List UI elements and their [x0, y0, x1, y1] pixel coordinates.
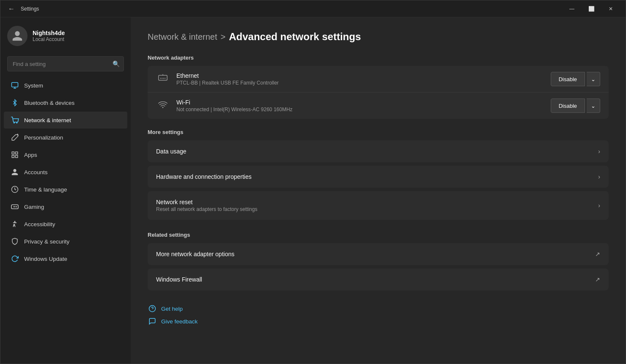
more-settings-group: Data usage › Hardware and connection pro… [148, 140, 609, 222]
ethernet-adapter-controls: Disable ⌄ [551, 72, 600, 86]
get-help-icon [148, 304, 157, 313]
close-button[interactable]: ✕ [601, 2, 621, 16]
ethernet-disable-button[interactable]: Disable [551, 72, 585, 86]
sidebar: Nightsh4de Local Account 🔍 System [0, 17, 131, 364]
sidebar-item-bluetooth[interactable]: Bluetooth & devices [4, 94, 127, 111]
svg-point-13 [16, 206, 16, 207]
svg-rect-15 [159, 75, 167, 80]
window-title: Settings [21, 6, 39, 12]
user-section: Nightsh4de Local Account [0, 17, 131, 55]
breadcrumb-separator: > [221, 32, 226, 42]
sidebar-item-windows-update[interactable]: Windows Update [4, 250, 127, 267]
user-account-type: Local Account [33, 36, 65, 42]
brush-icon [11, 133, 19, 142]
sidebar-item-time-label: Time & language [24, 186, 67, 193]
more-adapter-options-title: More network adapter options [156, 251, 595, 257]
more-adapter-options-card[interactable]: More network adapter options ↗ [148, 243, 609, 265]
wifi-icon [156, 100, 170, 112]
sidebar-item-privacy[interactable]: Privacy & security [4, 233, 127, 250]
breadcrumb-current: Advanced network settings [229, 31, 361, 43]
content-pane: Network & internet > Advanced network se… [131, 17, 626, 364]
update-icon [11, 255, 19, 263]
svg-rect-8 [16, 156, 18, 158]
main-content: Nightsh4de Local Account 🔍 System [0, 17, 626, 364]
ethernet-adapter-row: Ethernet PTCL-BB | Realtek USB FE Family… [148, 66, 609, 93]
sidebar-item-apps-label: Apps [24, 152, 37, 158]
accounts-icon [11, 168, 19, 176]
title-bar: ← Settings — ⬜ ✕ [0, 0, 626, 17]
svg-rect-7 [12, 156, 14, 158]
ethernet-expand-button[interactable]: ⌄ [587, 72, 600, 86]
maximize-button[interactable]: ⬜ [582, 2, 601, 16]
windows-firewall-external-icon: ↗ [595, 276, 600, 283]
network-adapters-card: Ethernet PTCL-BB | Realtek USB FE Family… [148, 66, 609, 119]
sidebar-item-personalization-label: Personalization [24, 134, 63, 141]
accessibility-icon [11, 220, 19, 228]
sidebar-item-accessibility[interactable]: Accessibility [4, 216, 127, 233]
give-feedback-label: Give feedback [161, 318, 198, 325]
user-info: Nightsh4de Local Account [33, 30, 65, 42]
settings-window: ← Settings — ⬜ ✕ Nightsh4de Local [0, 0, 626, 364]
data-usage-chevron: › [598, 148, 600, 155]
data-usage-card[interactable]: Data usage › [148, 140, 609, 162]
hardware-props-card[interactable]: Hardware and connection properties › [148, 166, 609, 188]
svg-point-4 [16, 123, 17, 123]
windows-firewall-title: Windows Firewall [156, 276, 595, 283]
user-name: Nightsh4de [33, 30, 65, 36]
back-button[interactable]: ← [5, 3, 17, 15]
network-reset-chevron: › [598, 202, 600, 209]
related-settings-group: More network adapter options ↗ Windows F… [148, 243, 609, 292]
network-reset-card[interactable]: Network reset Reset all network adapters… [148, 191, 609, 220]
wifi-adapter-desc: Not connected | Intel(R) Wireless-AC 926… [176, 107, 551, 112]
sidebar-item-network[interactable]: Network & internet [4, 112, 127, 129]
ethernet-adapter-desc: PTCL-BB | Realtek USB FE Family Controll… [176, 80, 551, 86]
network-adapters-label: Network adapters [148, 55, 609, 61]
give-feedback-icon [148, 317, 157, 326]
breadcrumb-parent[interactable]: Network & internet [148, 32, 217, 42]
svg-rect-6 [16, 152, 18, 154]
sidebar-item-gaming[interactable]: Gaming [4, 198, 127, 215]
sidebar-item-bluetooth-label: Bluetooth & devices [24, 100, 74, 106]
svg-rect-5 [12, 152, 14, 154]
sidebar-item-time[interactable]: Time & language [4, 181, 127, 198]
wifi-adapter-info: Wi-Fi Not connected | Intel(R) Wireless-… [176, 99, 551, 112]
time-icon [11, 185, 19, 194]
hardware-props-chevron: › [598, 173, 600, 180]
sidebar-item-apps[interactable]: Apps [4, 146, 127, 163]
sidebar-item-gaming-label: Gaming [24, 204, 44, 210]
sidebar-item-privacy-label: Privacy & security [24, 238, 69, 245]
get-help-label: Get help [161, 306, 183, 312]
breadcrumb: Network & internet > Advanced network se… [148, 31, 609, 43]
data-usage-title: Data usage [156, 148, 598, 155]
sidebar-item-accounts[interactable]: Accounts [4, 164, 127, 181]
more-settings-label: More settings [148, 129, 609, 135]
wifi-expand-button[interactable]: ⌄ [587, 99, 600, 113]
sidebar-item-accounts-label: Accounts [24, 169, 48, 175]
search-box: 🔍 [7, 56, 124, 71]
ethernet-adapter-name: Ethernet [176, 72, 551, 79]
svg-rect-0 [12, 82, 18, 87]
shield-icon [11, 237, 19, 246]
wifi-disable-button[interactable]: Disable [551, 99, 585, 113]
search-input[interactable] [7, 56, 124, 71]
more-adapter-options-external-icon: ↗ [595, 251, 600, 257]
gaming-icon [11, 203, 19, 211]
minimize-button[interactable]: — [562, 2, 582, 16]
hardware-props-title: Hardware and connection properties [156, 173, 598, 180]
network-reset-subtitle: Reset all network adapters to factory se… [156, 206, 598, 212]
wifi-adapter-row: Wi-Fi Not connected | Intel(R) Wireless-… [148, 93, 609, 119]
svg-point-21 [162, 107, 164, 108]
give-feedback-link[interactable]: Give feedback [148, 317, 609, 326]
bluetooth-icon [11, 99, 19, 107]
get-help-link[interactable]: Get help [148, 304, 609, 313]
sidebar-nav: System Bluetooth & devices [0, 77, 131, 268]
system-icon [11, 81, 19, 90]
sidebar-item-personalization[interactable]: Personalization [4, 129, 127, 146]
avatar [7, 26, 27, 46]
search-icon[interactable]: 🔍 [113, 60, 120, 67]
windows-firewall-card[interactable]: Windows Firewall ↗ [148, 268, 609, 290]
network-reset-title: Network reset [156, 199, 598, 205]
help-section: Get help Give feedback [148, 304, 609, 326]
sidebar-item-system[interactable]: System [4, 77, 127, 94]
window-controls: — ⬜ ✕ [562, 2, 621, 16]
